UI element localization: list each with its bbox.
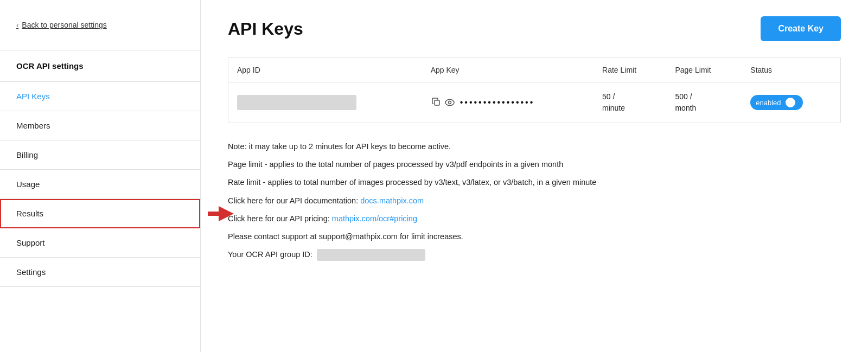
status-label: enabled [756,99,781,107]
sidebar-item-support[interactable]: Support [0,228,200,258]
page-title: API Keys [228,19,303,39]
col-header-rate-limit: Rate Limit [593,58,666,82]
toggle-circle [786,98,795,107]
sidebar: ‹ Back to personal settings OCR API sett… [0,0,201,352]
col-header-app-id: App ID [228,58,422,82]
notes-section: Note: it may take up to 2 minutes for AP… [228,140,841,261]
main-header: API Keys Create Key [228,16,841,41]
sidebar-item-label: Settings [16,267,46,277]
back-to-personal-settings-link[interactable]: ‹ Back to personal settings [0,0,200,50]
note-support-contact: Please contact support at support@mathpi… [228,231,841,243]
sidebar-item-label: Members [16,121,50,130]
sidebar-item-usage[interactable]: Usage [0,170,200,199]
create-key-button[interactable]: Create Key [761,16,841,41]
group-id-placeholder [317,249,425,261]
back-link-label: Back to personal settings [22,21,106,29]
app-id-cell [228,82,422,123]
table-row: •••••••••••••••• 50 /minute 500 /month e… [228,82,841,123]
copy-icon[interactable] [431,97,442,109]
sidebar-item-label: Support [16,238,45,247]
api-keys-table: App ID App Key Rate Limit Page Limit Sta… [228,57,841,123]
note-api-docs: Click here for our API documentation: do… [228,195,841,207]
sidebar-title: OCR API settings [0,50,200,82]
col-header-app-key: App Key [422,58,593,82]
sidebar-item-label: Billing [16,150,38,159]
status-cell: enabled [742,82,840,123]
main-content: API Keys Create Key App ID App Key Rate … [201,0,868,352]
status-toggle[interactable]: enabled [750,95,802,110]
sidebar-item-label: Usage [16,180,40,189]
svg-point-3 [448,101,451,104]
app-key-cell: •••••••••••••••• [422,82,593,123]
rate-limit-cell: 50 /minute [593,82,666,123]
note-page-limit: Page limit - applies to the total number… [228,158,841,171]
svg-marker-0 [208,206,234,221]
col-header-status: Status [742,58,840,82]
sidebar-item-billing[interactable]: Billing [0,140,200,170]
col-header-page-limit: Page Limit [666,58,742,82]
note-group-id: Your OCR API group ID: [228,248,841,261]
sidebar-item-members[interactable]: Members [0,111,200,140]
page-limit-cell: 500 /month [666,82,742,123]
key-dots: •••••••••••••••• [460,98,535,107]
sidebar-item-label: API Keys [16,92,50,101]
eye-icon[interactable] [444,97,456,108]
app-id-placeholder [237,95,356,110]
sidebar-item-results[interactable]: Results [0,199,200,228]
chevron-left-icon: ‹ [16,21,18,29]
sidebar-item-label: Results [16,209,43,218]
note-rate-limit: Rate limit - applies to total number of … [228,176,841,189]
svg-rect-1 [435,100,439,105]
note-active-time: Note: it may take up to 2 minutes for AP… [228,140,841,153]
svg-point-2 [445,99,454,105]
key-icons [431,97,456,109]
sidebar-item-settings[interactable]: Settings [0,258,200,287]
note-api-pricing: Click here for our API pricing: mathpix.… [228,213,841,225]
page-layout: ‹ Back to personal settings OCR API sett… [0,0,868,352]
sidebar-item-api-keys[interactable]: API Keys [0,82,200,111]
api-pricing-link[interactable]: mathpix.com/ocr#pricing [332,214,417,223]
api-docs-link[interactable]: docs.mathpix.com [360,196,424,205]
app-key-content: •••••••••••••••• [431,97,585,109]
results-arrow-indicator [208,206,234,221]
sidebar-navigation: API Keys Members Billing Usage Results [0,82,200,287]
